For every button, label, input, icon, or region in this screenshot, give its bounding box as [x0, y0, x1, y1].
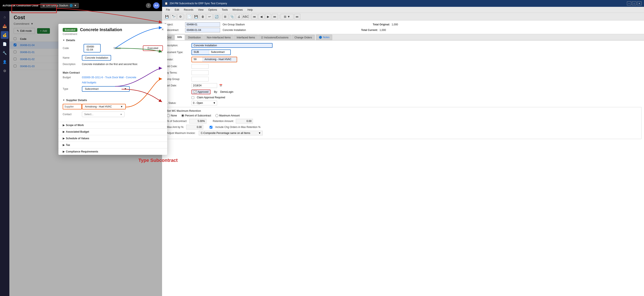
contact-select[interactable]: Select... ▼ [82, 112, 124, 117]
type-dropdown-arrow: ▼ [124, 88, 127, 90]
grid-view-btn[interactable]: ⊞ [222, 14, 228, 20]
hold-code-input[interactable] [192, 64, 208, 69]
retention-title: Set WC Maximum Retention [167, 110, 639, 112]
calendar-icon[interactable]: 📅 [219, 84, 222, 87]
save-toolbar-btn[interactable]: 💾 [164, 14, 170, 20]
menu-records[interactable]: Records [182, 8, 196, 12]
approved-checkbox[interactable]: ✓ [194, 90, 196, 94]
sidebar-icon-cost[interactable]: 💰 [1, 31, 8, 39]
refresh-btn[interactable]: 🔄 [214, 14, 220, 20]
delete-btn[interactable]: 🗑 [200, 14, 206, 20]
start-date-input[interactable] [192, 83, 217, 88]
approved-checkbox-box[interactable]: ✓ Approved [192, 90, 210, 94]
tab-non-interfaced[interactable]: Non-Interfaced Items [204, 35, 234, 40]
status-value: Executed [143, 46, 163, 51]
first-btn[interactable]: ⏮ [252, 14, 258, 20]
menu-edit[interactable]: Edit [172, 8, 181, 12]
max-amount-radio-option[interactable]: Maximum Amount [216, 114, 240, 117]
erp-description-value[interactable]: Concrete Installation [192, 43, 272, 48]
add-budgets-link[interactable]: Add budgets [82, 81, 163, 84]
sidebar-icon-users[interactable]: 👤 [1, 58, 8, 66]
tab-interfaced[interactable]: Interfaced Items [234, 35, 258, 40]
tab-change-orders[interactable]: Change Orders [292, 35, 315, 40]
details-section-header[interactable]: ▼ Details [58, 36, 167, 43]
vendor-code[interactable]: 59 [192, 57, 202, 62]
sidebar-icon-inbox[interactable]: 📥 [1, 22, 8, 30]
percent-radio-option[interactable]: Percent of Subcontract [181, 114, 211, 117]
supplier-value[interactable]: Armstrong - Huel HVAC ▼ [82, 104, 126, 110]
undo-btn[interactable]: ↩ [207, 14, 212, 20]
code-label: Code [63, 47, 82, 50]
modal-overlay[interactable]: Executed Concrete Installation Commitmen… [10, 11, 162, 296]
tab-info[interactable]: Info [175, 34, 185, 40]
compliance-section[interactable]: ▶ Compliance Requirements [58, 148, 167, 155]
table-select-btn[interactable]: ⊞ ▼ [281, 14, 294, 20]
settings-tool-btn[interactable]: ⚙ [178, 14, 184, 20]
maximize-button[interactable]: □ [632, 2, 636, 5]
last-btn[interactable]: ⏭ [272, 14, 278, 20]
doc-type-code[interactable]: SUB [192, 50, 209, 54]
schedule-of-values-section[interactable]: ▶ Schedule of Values [58, 135, 167, 142]
close-button[interactable]: ✕ [637, 2, 642, 5]
sidebar-icon-settings[interactable]: ⚙ [1, 67, 8, 75]
subcontract-label: Subcontract: [165, 28, 184, 32]
minimize-button[interactable]: ─ [627, 2, 631, 5]
none-radio-option[interactable]: None [167, 114, 177, 117]
retention-radio-group: None Percent of Subcontract Maximum Amou… [167, 114, 639, 117]
sl-status-form-row: SL Status: 0 - Open ▼ [165, 101, 642, 105]
pay-terms-input[interactable] [192, 70, 208, 75]
retention-amount-input[interactable] [236, 119, 253, 124]
include-chg-orders-checkbox[interactable] [210, 126, 212, 128]
print-btn[interactable]: 🖨 [236, 14, 242, 20]
erp-panel: 📋 204 PM Subcontracts for ERP Sync Test … [162, 0, 644, 296]
adjust-max-invoice-dropdown[interactable]: C-Composite Percentage same on all Items… [199, 131, 263, 136]
menu-tools[interactable]: Tools [220, 8, 230, 12]
help-button[interactable]: ? [146, 3, 151, 8]
tab-notes[interactable]: 🔵 Notes [316, 34, 332, 40]
supplier-section-header[interactable]: ▼ Supplier Details [58, 96, 167, 103]
grid-icon: ⊞ [43, 4, 45, 7]
sl-status-dropdown[interactable]: 0 - Open ▼ [192, 101, 217, 105]
max-amount-radio-btn[interactable] [216, 114, 218, 117]
first-record-btn[interactable]: ⏭ [294, 14, 300, 20]
erp-vendor-label: Vendor: [165, 58, 190, 61]
attach-btn[interactable]: 📎 [229, 14, 235, 20]
max-amt-input[interactable] [186, 125, 203, 130]
prev-btn[interactable]: ◀ [258, 14, 264, 20]
project-code-input[interactable] [185, 22, 220, 27]
scope-of-work-section[interactable]: ▶ Scope of Work [58, 122, 167, 128]
save-btn[interactable]: 💾 [193, 14, 199, 20]
modal-close-button[interactable]: × [162, 27, 164, 32]
budget-link[interactable]: 033000-35-1011-6 - Truck Dock Wall - Con… [82, 76, 136, 79]
associated-budget-section[interactable]: ▶ Associated Budget [58, 128, 167, 135]
menu-view[interactable]: View [196, 8, 206, 12]
project-selector[interactable]: ⊞ Orn Group Stadium 🌐 ▼ [40, 3, 79, 8]
menu-file[interactable]: File [164, 8, 172, 12]
type-value[interactable]: Subcontract ▼ [82, 86, 130, 92]
menu-options[interactable]: Options [206, 8, 219, 12]
erp-description-label: Description: [165, 44, 190, 47]
sidebar-icon-docs[interactable]: 📄 [1, 40, 8, 48]
menu-windows[interactable]: Windows [230, 8, 245, 12]
percent-radio-btn[interactable] [181, 114, 184, 117]
tab-distribution[interactable]: Distribution [185, 35, 204, 40]
spellcheck-btn[interactable]: ABC [243, 14, 249, 20]
sidebar-icon-field[interactable]: 🔧 [1, 49, 8, 57]
erp-app-icon: 📋 [165, 2, 168, 5]
binoculars-btn[interactable]: 🔭 [170, 14, 176, 20]
sidebar-icon-home[interactable]: ⌂ [1, 13, 8, 21]
project-name: Orn Group Stadium [46, 4, 68, 7]
tax-section[interactable]: ▶ Tax [58, 142, 167, 148]
percent-of-subcontract-input[interactable] [189, 119, 206, 124]
menu-help[interactable]: Help [246, 8, 255, 12]
new-record-btn[interactable]: 📄 [186, 14, 192, 20]
next-btn[interactable]: ▶ [265, 14, 271, 20]
vendor-form-row: Vendor: 59 Armstrong - Huel HVAC [165, 57, 642, 62]
project-name-display: Orn Group Stadium [221, 23, 245, 26]
adjust-max-invoice-label: Adjust Maximum Invoice: [167, 132, 195, 134]
subcontract-code-input[interactable] [185, 28, 220, 32]
claim-approval-checkbox[interactable] [192, 96, 194, 99]
comp-group-input[interactable] [192, 77, 208, 82]
none-radio-btn[interactable] [167, 114, 170, 117]
tab-inclusions[interactable]: ☑ Inclusions/Exclusions [258, 35, 291, 40]
